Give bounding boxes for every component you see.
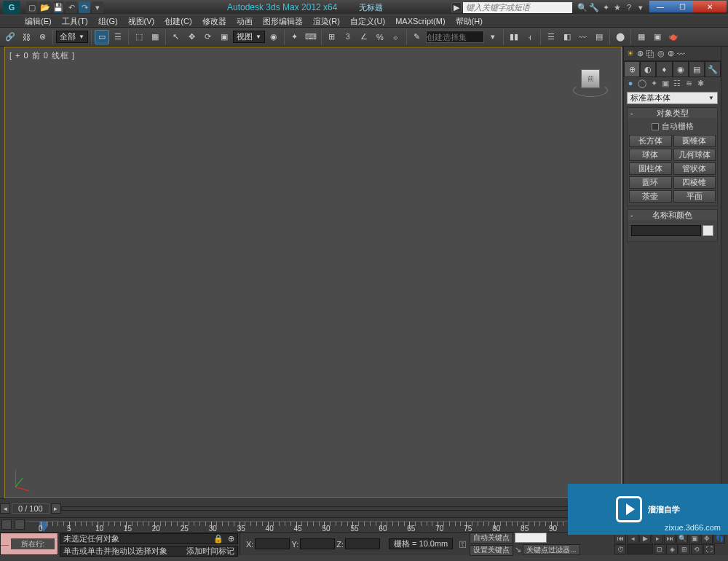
key-mode-icon[interactable]: ↘ (515, 545, 521, 554)
object-color-swatch[interactable] (703, 225, 713, 236)
geometry-icon[interactable]: ● (625, 79, 636, 89)
menu-graph-editors[interactable]: 图形编辑器 (263, 16, 303, 27)
menu-modifiers[interactable]: 修改器 (202, 16, 226, 27)
spinner-snap-icon[interactable]: ⟐ (389, 30, 403, 44)
tab-utilities[interactable]: 🔧 (705, 61, 721, 77)
add-time-tag[interactable]: 添加时间标记 (186, 546, 234, 557)
favorite-icon[interactable]: ★ (612, 3, 623, 12)
menu-tools[interactable]: 工具(T) (62, 16, 88, 27)
help-icon[interactable]: ? (623, 3, 635, 12)
named-set-dropdown-icon[interactable]: ▾ (486, 30, 500, 44)
search-go-icon[interactable]: ▶ (451, 2, 462, 12)
prim-tube[interactable]: 管状体 (673, 162, 716, 175)
compass-icon[interactable]: ⊛ (637, 49, 644, 58)
helpers-icon[interactable]: ☷ (672, 79, 682, 89)
x-input[interactable] (255, 538, 290, 549)
prim-sphere[interactable]: 球体 (629, 149, 672, 161)
rollout-header-object-type[interactable]: -对象类型 (628, 108, 717, 118)
schematic-icon[interactable]: ▤ (592, 30, 606, 44)
menu-views[interactable]: 视图(V) (128, 16, 155, 27)
trackbar-toggle-icon[interactable] (1, 519, 12, 530)
exchange-icon[interactable]: ✦ (600, 3, 612, 12)
keyboard-shortcut-icon[interactable]: ⌨ (304, 30, 318, 44)
grid-icon[interactable]: ⿻ (646, 50, 654, 58)
qat-redo-icon[interactable]: ↷ (79, 1, 90, 13)
geometry-category-dropdown[interactable]: 标准基本体▼ (627, 92, 718, 104)
nav-zoom-icon[interactable]: 🔍 (676, 533, 688, 544)
next-frame-icon[interactable]: ▸ (652, 533, 663, 544)
nav-zoom-all-icon[interactable]: ⊞ (678, 544, 690, 554)
prim-teapot[interactable]: 茶壶 (629, 190, 672, 203)
nav-pan-icon[interactable]: ✥ (701, 533, 713, 544)
unlink-icon[interactable]: ⛓ (19, 30, 33, 44)
app-icon[interactable]: G (3, 1, 20, 14)
prim-cone[interactable]: 圆锥体 (673, 135, 716, 147)
prim-geosphere[interactable]: 几何球体 (673, 149, 716, 161)
bind-icon[interactable]: ⊗ (35, 30, 50, 44)
move-icon[interactable]: ✥ (185, 30, 199, 44)
key-icon[interactable]: ⚿ (459, 540, 467, 549)
scale-icon[interactable]: ▣ (217, 30, 232, 44)
menu-customize[interactable]: 自定义(U) (350, 16, 385, 27)
angle-snap-icon[interactable]: ∠ (357, 30, 371, 44)
play-icon[interactable]: ▶ (639, 533, 651, 544)
menu-rendering[interactable]: 渲染(R) (313, 16, 340, 27)
nav-zoom-extents-icon[interactable]: ◈ (666, 544, 678, 554)
trackbar-keys-icon[interactable] (15, 519, 25, 530)
lock-icon[interactable]: 🔒 (213, 534, 223, 544)
setkey-button[interactable]: 设置关键点 (470, 545, 513, 556)
selection-lock-icon[interactable]: ⊕ (228, 534, 234, 544)
prim-box[interactable]: 长方体 (629, 135, 672, 147)
snap-3d-icon[interactable]: 33 (341, 30, 355, 44)
spacewarps-icon[interactable]: ≋ (684, 79, 694, 89)
curve-editor-icon[interactable]: 〰 (576, 30, 590, 44)
select-name-icon[interactable]: ☰ (111, 30, 125, 44)
systems-icon[interactable]: ✱ (695, 79, 705, 89)
qat-save-icon[interactable]: 💾 (52, 1, 64, 13)
rotate-icon[interactable]: ⟳ (201, 30, 215, 44)
prim-cylinder[interactable]: 圆柱体 (629, 162, 672, 175)
align-icon[interactable]: ⫞ (523, 30, 537, 44)
z-input[interactable] (345, 538, 380, 549)
tab-display[interactable]: ▤ (689, 61, 705, 77)
lightbulb-icon[interactable]: ☀ (627, 49, 634, 58)
tab-motion[interactable]: ◉ (673, 61, 689, 77)
nav-orbit-icon[interactable]: ⟲ (691, 544, 703, 554)
menu-animation[interactable]: 动画 (237, 16, 253, 27)
object-name-input[interactable] (631, 225, 701, 236)
manipulate-icon[interactable]: ✦ (288, 30, 302, 44)
torus-icon[interactable]: ◎ (657, 49, 665, 58)
prev-frame-icon[interactable]: ◂ (627, 533, 638, 544)
y-input[interactable] (300, 538, 335, 549)
maximize-button[interactable]: ☐ (671, 1, 693, 12)
selection-filter-dropdown[interactable]: 全部▼ (56, 31, 88, 43)
viewport[interactable]: [ + 0 前 0 线框 ] 前 (4, 47, 622, 498)
menu-create[interactable]: 创建(C) (165, 16, 191, 27)
menu-group[interactable]: 组(G) (98, 16, 118, 27)
command-panel-scroll[interactable] (721, 47, 728, 498)
link-icon[interactable]: 🔗 (3, 30, 17, 44)
mirror-icon[interactable]: ▮▮ (507, 30, 521, 44)
select-object-icon[interactable]: ↖ (169, 30, 183, 44)
autokey-button[interactable]: 自动关键点 (470, 533, 513, 544)
lights-icon[interactable]: ✦ (649, 79, 659, 89)
percent-snap-icon[interactable]: % (373, 30, 387, 44)
window-crossing-icon[interactable]: ▦ (148, 30, 162, 44)
selected-object-dropdown[interactable] (515, 533, 547, 543)
subscription-icon[interactable]: 🔧 (588, 3, 600, 12)
edit-selection-icon[interactable]: ✎ (410, 30, 424, 44)
goto-end-icon[interactable]: ⏭ (664, 533, 676, 544)
goto-start-icon[interactable]: ⏮ (614, 533, 626, 544)
viewport-label[interactable]: [ + 0 前 0 线框 ] (9, 50, 75, 61)
key-filters-button[interactable]: 关键点过滤器... (523, 544, 579, 555)
track-scroll-left[interactable]: ◂ (0, 503, 10, 514)
graphite-icon[interactable]: ◧ (560, 30, 574, 44)
named-selection-input[interactable] (426, 31, 484, 43)
qat-dropdown-icon[interactable]: ▾ (92, 1, 103, 13)
search-icon[interactable]: 🔍 (577, 3, 588, 12)
nav-walk-icon[interactable]: 👣 (713, 533, 725, 544)
nav-fov-icon[interactable]: ▣ (689, 533, 700, 544)
material-editor-icon[interactable]: ⬤ (613, 30, 628, 44)
frame-indicator[interactable]: 0 / 100 (12, 503, 50, 514)
qat-new-icon[interactable]: ▢ (26, 1, 38, 13)
